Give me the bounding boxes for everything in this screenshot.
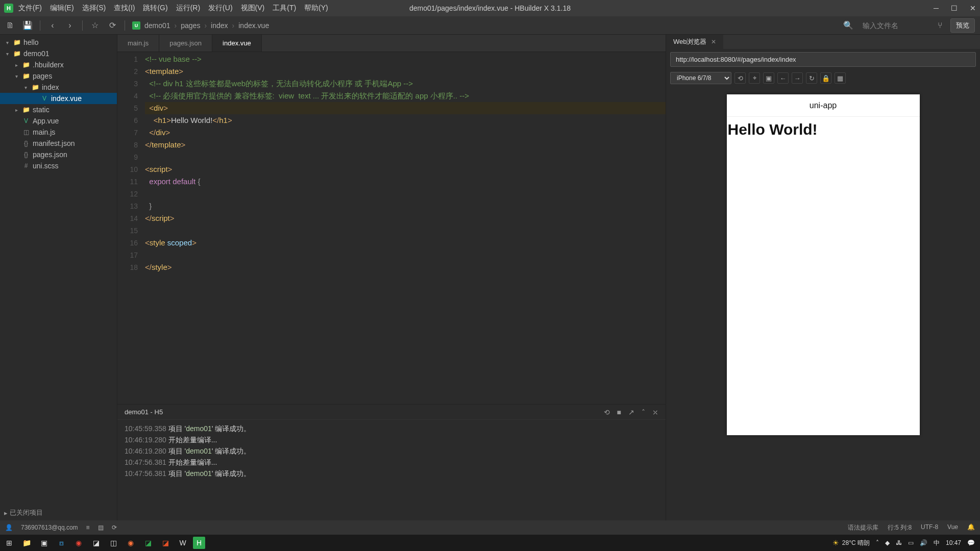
filter-icon[interactable]: ⑂ bbox=[935, 20, 945, 31]
volume-icon[interactable]: 🔊 bbox=[920, 539, 927, 546]
bell-icon[interactable]: 🔔 bbox=[967, 523, 975, 532]
window-close-icon[interactable]: ✕ bbox=[970, 4, 976, 12]
status-syntax[interactable]: 语法提示库 bbox=[848, 523, 878, 532]
star-icon[interactable]: ☆ bbox=[90, 20, 100, 31]
console-clear-icon[interactable]: ⤫ bbox=[652, 408, 658, 416]
breadcrumb-item[interactable]: pages bbox=[181, 21, 200, 30]
tray-icon[interactable]: ◆ bbox=[885, 539, 890, 546]
breadcrumb-item[interactable]: demo01 bbox=[144, 21, 170, 30]
tree-folder[interactable]: ▾📁pages bbox=[0, 70, 117, 82]
chevron-icon: ▾ bbox=[4, 51, 10, 57]
tree-folder[interactable]: ▾📁hello bbox=[0, 37, 117, 48]
menu-edit[interactable]: 编辑(E) bbox=[50, 4, 74, 13]
menu-select[interactable]: 选择(S) bbox=[82, 4, 106, 13]
tree-file[interactable]: {}manifest.json bbox=[0, 138, 117, 149]
app-icon[interactable]: ◪ bbox=[158, 536, 173, 550]
menu-file[interactable]: 文件(F) bbox=[18, 4, 42, 13]
qrcode-icon[interactable]: ▦ bbox=[835, 72, 846, 84]
app-icon[interactable]: ◫ bbox=[106, 536, 120, 550]
closed-projects-toggle[interactable]: ▸ 已关闭项目 bbox=[0, 505, 117, 520]
save-icon[interactable]: 💾 bbox=[22, 20, 33, 31]
menu-tools[interactable]: 工具(T) bbox=[273, 4, 296, 13]
preview-button[interactable]: 预览 bbox=[950, 18, 975, 33]
terminal-icon[interactable]: ▤ bbox=[98, 524, 104, 531]
notifications-icon[interactable]: 💬 bbox=[967, 539, 975, 546]
tree-folder[interactable]: ▸📁.hbuilderx bbox=[0, 59, 117, 70]
battery-icon[interactable]: ▭ bbox=[908, 539, 914, 546]
editor-tab[interactable]: pages.json bbox=[159, 35, 212, 52]
console-open-icon[interactable]: ↗ bbox=[628, 408, 634, 416]
tray-chevron-icon[interactable]: ˄ bbox=[876, 539, 879, 546]
breadcrumb-item[interactable]: index.vue bbox=[238, 21, 269, 30]
tree-folder[interactable]: ▾📁demo01 bbox=[0, 48, 117, 59]
browser-url-input[interactable] bbox=[670, 52, 976, 67]
screenshot-icon[interactable]: ▣ bbox=[763, 72, 774, 84]
tree-folder[interactable]: ▾📁index bbox=[0, 82, 117, 93]
tree-file[interactable]: Vindex.vue bbox=[0, 93, 117, 104]
closed-projects-label: 已关闭项目 bbox=[10, 508, 43, 517]
terminal-app-icon[interactable]: ▣ bbox=[37, 536, 51, 550]
wps-icon[interactable]: W bbox=[176, 536, 190, 550]
weather-widget[interactable]: ☀28°C 晴朗 bbox=[832, 539, 870, 547]
lock-icon[interactable]: 🔒 bbox=[820, 72, 831, 84]
user-icon[interactable]: 👤 bbox=[5, 524, 13, 531]
menu-find[interactable]: 查找(I) bbox=[114, 4, 135, 13]
device-viewport[interactable]: uni-app Hello World! bbox=[727, 94, 920, 435]
close-icon[interactable]: ✕ bbox=[711, 38, 716, 45]
refresh-icon[interactable]: ⟳ bbox=[107, 20, 117, 31]
tree-folder[interactable]: ▸📁static bbox=[0, 104, 117, 115]
hbuilder-icon[interactable]: H bbox=[193, 537, 205, 549]
ime-indicator[interactable]: 中 bbox=[934, 539, 940, 547]
browser-forward-icon[interactable]: → bbox=[792, 72, 803, 84]
browser-back-icon[interactable]: ← bbox=[777, 72, 789, 84]
breadcrumb-item[interactable]: index bbox=[211, 21, 228, 30]
app-icon[interactable]: ◪ bbox=[141, 536, 155, 550]
rotate-icon[interactable]: ⟲ bbox=[734, 72, 746, 84]
window-maximize-icon[interactable]: ☐ bbox=[951, 4, 958, 12]
tree-file[interactable]: ◫main.js bbox=[0, 127, 117, 138]
device-select[interactable]: iPhone 6/7/8 bbox=[670, 72, 731, 84]
status-user[interactable]: 736907613@qq.com bbox=[21, 524, 78, 531]
tree-file[interactable]: VApp.vue bbox=[0, 115, 117, 127]
file-search-input[interactable] bbox=[859, 19, 930, 32]
devtools-icon[interactable]: ⌖ bbox=[749, 72, 760, 84]
browser-tab-title: Web浏览器 bbox=[673, 37, 707, 46]
list-icon[interactable]: ≡ bbox=[86, 524, 90, 531]
json-file-icon: {} bbox=[22, 139, 30, 147]
nav-forward-icon[interactable]: › bbox=[65, 20, 75, 31]
tree-item-label: main.js bbox=[33, 128, 55, 136]
menu-goto[interactable]: 跳转(G) bbox=[143, 4, 167, 13]
code-content[interactable]: <!-- vue base --><template> <!-- div h1 … bbox=[142, 52, 666, 404]
menu-view[interactable]: 视图(V) bbox=[241, 4, 265, 13]
code-editor[interactable]: 123456789101112131415161718 <!-- vue bas… bbox=[117, 52, 666, 404]
toolbar: 🗎 💾 ‹ › ☆ ⟳ U demo01 › pages › index › i… bbox=[0, 16, 980, 35]
sync-icon[interactable]: ⟳ bbox=[112, 524, 117, 531]
network-icon[interactable]: 🖧 bbox=[896, 539, 902, 546]
nav-back-icon[interactable]: ‹ bbox=[47, 20, 58, 31]
window-minimize-icon[interactable]: ─ bbox=[934, 4, 939, 12]
console-collapse-icon[interactable]: ˄ bbox=[642, 408, 645, 416]
start-menu-icon[interactable]: ⊞ bbox=[2, 536, 16, 550]
new-file-icon[interactable]: 🗎 bbox=[5, 20, 15, 31]
app-icon[interactable]: ◪ bbox=[89, 536, 103, 550]
menu-help[interactable]: 帮助(Y) bbox=[304, 4, 328, 13]
menu-publish[interactable]: 发行(U) bbox=[208, 4, 232, 13]
chrome-icon[interactable]: ◉ bbox=[71, 536, 86, 550]
console-stop-icon[interactable]: ■ bbox=[617, 408, 621, 416]
status-encoding[interactable]: UTF-8 bbox=[921, 523, 938, 532]
browser-reload-icon[interactable]: ↻ bbox=[806, 72, 817, 84]
editor-tab[interactable]: index.vue bbox=[212, 35, 262, 52]
browser-tab[interactable]: Web浏览器 ✕ bbox=[666, 35, 723, 49]
status-language[interactable]: Vue bbox=[947, 523, 958, 532]
tree-file[interactable]: {}pages.json bbox=[0, 149, 117, 160]
search-icon[interactable]: 🔍 bbox=[843, 20, 853, 31]
explorer-icon[interactable]: 📁 bbox=[19, 536, 34, 550]
tree-file[interactable]: #uni.scss bbox=[0, 160, 117, 171]
console-restart-icon[interactable]: ⟲ bbox=[604, 408, 610, 416]
clock[interactable]: 10:47 bbox=[946, 539, 961, 546]
console-output[interactable]: 10:45:59.358 项目 'demo01' 编译成功。10:46:19.2… bbox=[117, 420, 666, 520]
editor-tab[interactable]: main.js bbox=[117, 35, 159, 52]
menu-run[interactable]: 运行(R) bbox=[176, 4, 200, 13]
vscode-icon[interactable]: ⧈ bbox=[54, 536, 68, 550]
firefox-icon[interactable]: ◉ bbox=[124, 536, 138, 550]
